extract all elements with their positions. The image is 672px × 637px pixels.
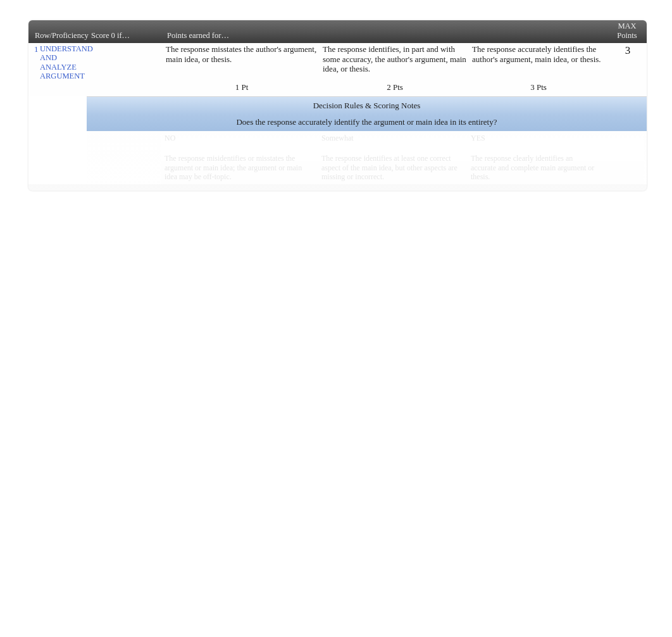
row-number: 1 (28, 43, 40, 96)
decision-block: Decision Rules & Scoring Notes Does the … (87, 96, 647, 131)
rubric-container: Row/Proficiency Score 0 if… Points earne… (28, 20, 647, 191)
max-points-value: 3 (611, 43, 647, 96)
points-cell-2-desc: The response identifies, in part and wit… (323, 44, 467, 76)
proficiency-name: UNDERSTAND AND ANALYZE ARGUMENT (40, 43, 92, 96)
decision-question: Does the response accurately identify th… (87, 115, 647, 131)
points-cell-3: The response accurately identifies the a… (472, 44, 610, 92)
header-max-points: MAX Points (610, 22, 647, 42)
points-cell-1-desc: The response misstates the author's argu… (166, 44, 318, 76)
header-row-proficiency: Row/Proficiency (28, 30, 90, 42)
points-cells: The response misstates the author's argu… (166, 43, 611, 96)
points-cell-2: The response identifies, in part and wit… (323, 44, 472, 92)
header-max-top: MAX (610, 22, 644, 31)
points-cell-1-pts: 1 Pt (166, 76, 318, 92)
faded-answer-2: Somewhat (318, 134, 462, 154)
faded-cell-2: Somewhat The response identifies at leas… (318, 134, 467, 182)
faded-bottom-bar (28, 184, 647, 191)
decision-title: Decision Rules & Scoring Notes (87, 96, 647, 115)
faded-text-3: The response clearly identifies an accur… (467, 154, 600, 181)
points-cell-1: The response misstates the author's argu… (166, 44, 323, 92)
faded-text-2: The response identifies at least one cor… (318, 154, 462, 181)
header-score-zero: Score 0 if… (90, 30, 166, 42)
faded-answer-strip: NO The response misidentifies or misstat… (87, 131, 647, 184)
score-zero-cell (92, 43, 166, 96)
faded-answer-1: NO (161, 134, 313, 154)
faded-cell-3: YES The response clearly identifies an a… (467, 134, 605, 182)
faded-answer-3: YES (467, 134, 600, 154)
points-cell-3-pts: 3 Pts (472, 76, 605, 92)
header-points-earned: Points earned for… (166, 30, 610, 42)
rubric-body-row: 1 UNDERSTAND AND ANALYZE ARGUMENT The re… (28, 43, 647, 96)
points-cell-3-desc: The response accurately identifies the a… (472, 44, 605, 76)
rubric-header-row: Row/Proficiency Score 0 if… Points earne… (28, 20, 647, 43)
header-max-bottom: Points (610, 31, 644, 41)
faded-text-1: The response misidentifies or misstates … (161, 154, 313, 181)
faded-cell-1: NO The response misidentifies or misstat… (161, 134, 318, 182)
points-cell-2-pts: 2 Pts (323, 76, 467, 92)
